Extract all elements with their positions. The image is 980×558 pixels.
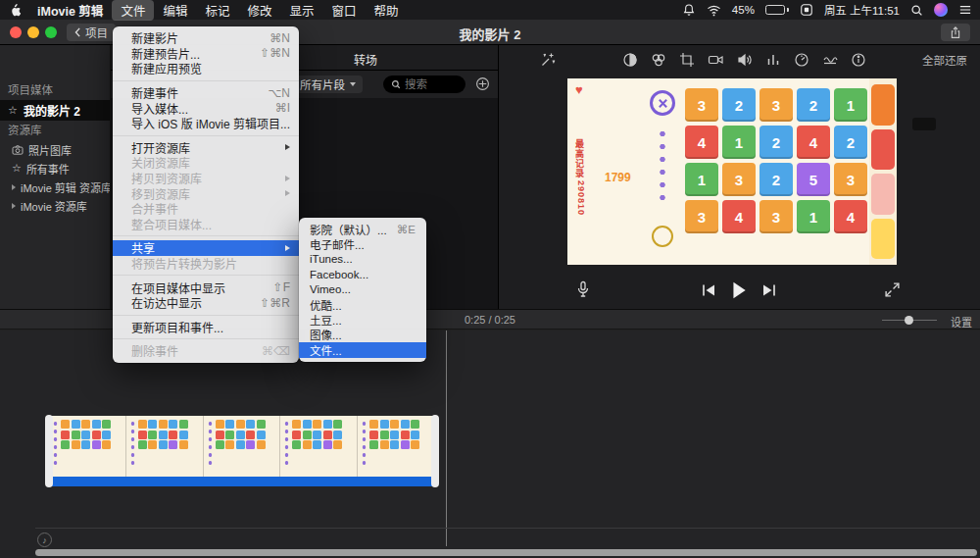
sidebar-item-my-movie[interactable]: ☆ 我的影片 2: [0, 100, 110, 121]
color-balance-icon[interactable]: [622, 52, 638, 68]
menubar-file[interactable]: 文件: [112, 0, 154, 21]
color-correction-icon[interactable]: [651, 52, 666, 68]
share-item-facebook[interactable]: Facebook...: [299, 267, 426, 281]
tab-transitions[interactable]: 转场: [354, 51, 377, 68]
audio-eq-icon[interactable]: [765, 52, 781, 68]
next-button[interactable]: [761, 283, 777, 297]
thumb-tile: [333, 420, 342, 429]
menu-item-new-movie[interactable]: 新建影片⌘N: [113, 30, 299, 46]
desktop: iMovie 剪辑 文件 编辑 标记 修改 显示 窗口 帮助 45%: [0, 0, 980, 558]
clip-thumbnail[interactable]: [280, 416, 358, 477]
menubar-mark[interactable]: 标记: [196, 0, 238, 21]
timeline-clip[interactable]: [49, 416, 435, 486]
share-item-itunes[interactable]: iTunes...: [299, 252, 426, 267]
game-tile: 2: [722, 88, 756, 122]
thumb-tile: [401, 440, 410, 449]
thumb-tile: [148, 420, 157, 429]
clip-trim-handle-right[interactable]: [431, 415, 439, 487]
menubar-clock[interactable]: 周五 上午11:51: [824, 2, 900, 18]
menu-item-reveal-in-project-media[interactable]: 在项目媒体中显示⇧F: [113, 279, 299, 295]
info-icon[interactable]: [851, 52, 866, 68]
current-score: 1799: [605, 171, 631, 184]
menubar-app-name[interactable]: iMovie 剪辑: [28, 0, 112, 21]
crop-icon[interactable]: [679, 52, 695, 68]
playhead[interactable]: [446, 330, 447, 546]
menu-item-share[interactable]: 共享: [113, 240, 299, 256]
volume-icon[interactable]: [737, 52, 753, 68]
menubar-modify[interactable]: 修改: [238, 0, 280, 21]
notification-bell-icon[interactable]: [682, 3, 696, 17]
clip-thumbnail[interactable]: [358, 416, 435, 477]
menubar-view[interactable]: 显示: [280, 0, 322, 21]
clip-trim-handle-left[interactable]: [45, 415, 53, 487]
thumb-tile: [401, 420, 410, 429]
thumb-tile: [92, 440, 101, 449]
sidebar-item-imovie-library[interactable]: iMovie 资源库: [0, 196, 110, 215]
zoom-slider-knob[interactable]: [905, 316, 913, 325]
share-button[interactable]: [941, 24, 970, 41]
menu-item-new-trailer[interactable]: 新建预告片...⇧⌘N: [113, 46, 299, 62]
menu-separator: [113, 275, 299, 276]
menu-item-new-app-preview[interactable]: 新建应用预览: [113, 61, 299, 76]
fullscreen-icon[interactable]: [884, 281, 901, 298]
menubar-edit[interactable]: 编辑: [154, 0, 196, 21]
reset-all-button[interactable]: 全部还原: [922, 52, 967, 68]
menubar-help[interactable]: 帮助: [365, 0, 407, 21]
menu-item-open-library[interactable]: 打开资源库: [113, 140, 299, 156]
wifi-icon[interactable]: [707, 4, 721, 17]
enhance-wand-icon[interactable]: [540, 52, 556, 68]
thumb-grid: [216, 420, 266, 477]
thumb-tile: [303, 431, 312, 439]
timeline-settings-button[interactable]: 设置: [951, 314, 972, 330]
disclosure-triangle-icon[interactable]: [12, 203, 16, 209]
speed-icon[interactable]: [794, 52, 809, 68]
clip-thumbnail[interactable]: [49, 416, 126, 477]
previous-button[interactable]: [701, 283, 716, 297]
stabilization-icon[interactable]: [708, 52, 724, 68]
siri-icon[interactable]: [934, 3, 948, 17]
video-preview-frame[interactable]: ♥ 最高记录 290810 1799 32321412421325334314: [567, 78, 873, 265]
preview-pane: 全部还原 ♥ 最高记录 290810 1799 3232141242132533…: [498, 45, 980, 309]
thumb-tile: [159, 431, 168, 439]
search-field[interactable]: [383, 76, 466, 93]
game-tile: 3: [760, 200, 793, 233]
sidebar-item-photo-library[interactable]: 照片图库: [0, 140, 110, 159]
share-item-youku[interactable]: 优酷...: [299, 297, 426, 312]
chevron-down-icon: [350, 82, 356, 86]
menu-item-import-media[interactable]: 导入媒体...⌘I: [113, 100, 299, 116]
sidebar-item-all-events[interactable]: ☆ 所有事件: [0, 159, 110, 178]
thumb-tile: [61, 440, 70, 449]
play-button[interactable]: [730, 280, 748, 300]
share-item-theater[interactable]: 影院（默认）...⌘E: [299, 222, 426, 236]
share-item-image[interactable]: 图像...: [299, 328, 426, 342]
share-item-email[interactable]: 电子邮件...: [299, 236, 426, 251]
clip-thumbnail[interactable]: [204, 416, 281, 477]
noise-reduction-icon[interactable]: [822, 52, 838, 68]
clip-filter-dropdown[interactable]: 所有片段: [293, 76, 363, 93]
horizontal-scrollbar[interactable]: [35, 549, 977, 556]
thumb-tile: [313, 420, 321, 429]
search-input[interactable]: [405, 78, 456, 90]
disclosure-triangle-icon[interactable]: [12, 184, 16, 190]
spotlight-search-icon[interactable]: [910, 4, 923, 17]
thumb-tile: [179, 440, 188, 449]
share-item-vimeo[interactable]: Vimeo...: [299, 282, 426, 297]
preview-toolbar: 全部还原: [499, 45, 980, 75]
clip-appearance-icon[interactable]: [475, 76, 490, 91]
file-menu: 新建影片⌘N 新建预告片...⇧⌘N 新建应用预览 新建事件⌥N 导入媒体...…: [113, 26, 299, 363]
game-x-badge: [650, 90, 675, 116]
menu-item-reveal-in-finder[interactable]: 在访达中显示⇧⌘R: [113, 295, 299, 311]
share-item-tudou[interactable]: 土豆...: [299, 312, 426, 327]
menubar-menus: iMovie 剪辑 文件 编辑 标记 修改 显示 窗口 帮助: [8, 0, 407, 21]
clip-thumbnail[interactable]: [126, 416, 204, 477]
notification-center-icon[interactable]: [958, 4, 972, 16]
menu-item-new-event[interactable]: 新建事件⌥N: [113, 85, 299, 101]
apple-menu[interactable]: [8, 3, 28, 18]
menu-item-update-projects-events[interactable]: 更新项目和事件...: [113, 320, 299, 335]
input-source-icon[interactable]: [800, 3, 813, 17]
share-item-file[interactable]: 文件...: [299, 342, 426, 357]
menubar-window[interactable]: 窗口: [322, 0, 365, 21]
voiceover-mic-icon[interactable]: [575, 280, 591, 298]
sidebar-item-imovie-jianji-library[interactable]: iMovie 剪辑 资源库: [0, 178, 110, 196]
menu-item-import-ios-project[interactable]: 导入 iOS 版 iMovie 剪辑项目...: [113, 116, 299, 131]
